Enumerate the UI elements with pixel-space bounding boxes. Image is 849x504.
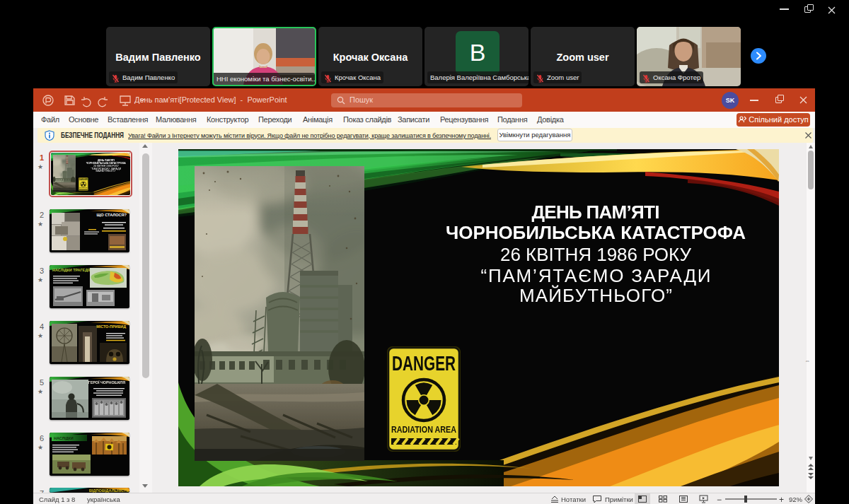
svg-text:26 КВІТНЯ 1986 РОКУ: 26 КВІТНЯ 1986 РОКУ [500, 244, 691, 265]
svg-text:DANGER: DANGER [392, 351, 456, 375]
svg-text:RADIATION AREA: RADIATION AREA [391, 424, 457, 435]
svg-text:МАЙБУТНЬОГО”: МАЙБУТНЬОГО” [519, 285, 672, 306]
svg-text:ЧОРНОБИЛЬСЬКА КАТАСТРОФА: ЧОРНОБИЛЬСЬКА КАТАСТРОФА [446, 222, 746, 243]
svg-text:ДЕНЬ ПАМ’ЯТІ: ДЕНЬ ПАМ’ЯТІ [532, 201, 660, 223]
